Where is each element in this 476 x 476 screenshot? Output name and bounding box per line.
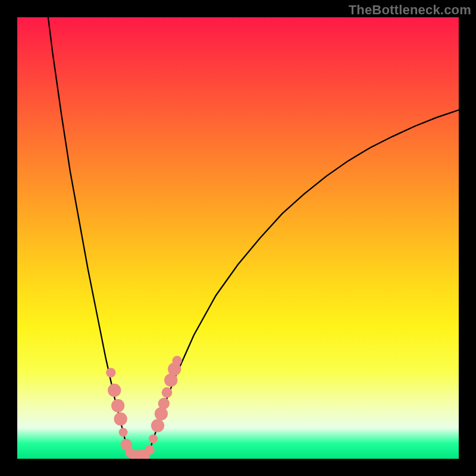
chart-markers xyxy=(106,356,182,459)
data-marker xyxy=(149,434,158,443)
data-marker xyxy=(145,445,154,455)
data-marker xyxy=(151,419,164,432)
data-marker xyxy=(172,356,181,365)
data-marker xyxy=(108,384,121,397)
chart-frame: TheBottleneck.com xyxy=(0,0,476,476)
data-marker xyxy=(155,407,168,420)
data-marker xyxy=(114,412,127,425)
chart-svg xyxy=(17,17,459,459)
data-marker xyxy=(111,399,124,412)
watermark-text: TheBottleneck.com xyxy=(349,2,471,18)
data-marker xyxy=(162,387,173,398)
data-marker xyxy=(106,368,115,377)
data-marker xyxy=(119,428,128,437)
data-marker xyxy=(158,398,170,409)
plot-area xyxy=(17,17,459,459)
